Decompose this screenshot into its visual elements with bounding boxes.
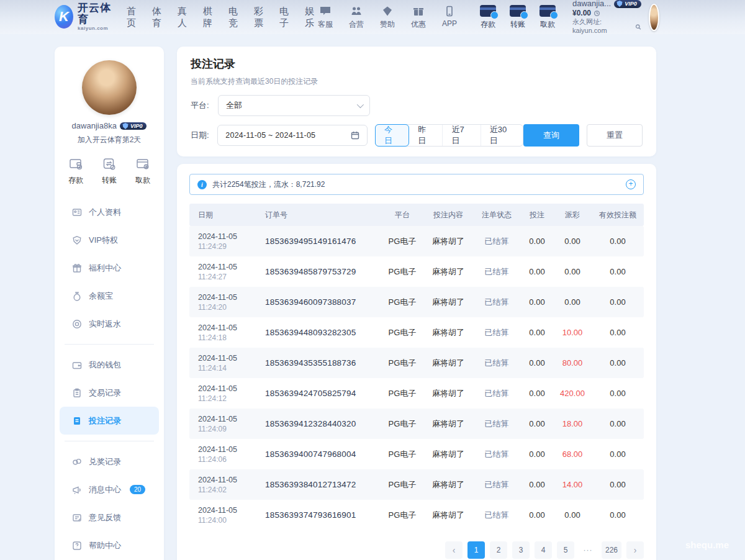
- sidebar-item-rebate[interactable]: 实时返水: [55, 310, 164, 338]
- join-days-text: 加入开云体育第2天: [55, 135, 164, 145]
- table-row: 2024-11-0511:24:06 1853639400747968004 P…: [189, 439, 644, 469]
- vip-shield-icon: [616, 1, 623, 7]
- page-button-4[interactable]: 4: [535, 541, 552, 559]
- money-bag-icon: [72, 291, 82, 301]
- platform-label: 平台:: [191, 100, 218, 111]
- sidebar-item-profile[interactable]: 个人资料: [55, 198, 164, 226]
- reset-button[interactable]: 重置: [587, 124, 643, 147]
- id-card-icon: [72, 207, 82, 217]
- magnifier-icon[interactable]: [635, 24, 641, 30]
- logo-brand: 开云体育: [78, 2, 113, 25]
- user-avatar[interactable]: [649, 4, 659, 31]
- deposit-link[interactable]: 存款: [477, 5, 499, 30]
- welfare-gift-icon: [72, 263, 82, 273]
- logo-domain: kaiyun.com: [78, 26, 113, 32]
- sidebar-item-yuebao[interactable]: 余额宝: [55, 282, 164, 310]
- sidebar-item-messages[interactable]: 消息中心 20: [55, 476, 164, 504]
- sidebar-item-prize-records[interactable]: 兑奖记录: [55, 448, 164, 476]
- pagination-ellipsis[interactable]: ···: [579, 541, 597, 559]
- promo-link[interactable]: 优惠: [407, 5, 430, 30]
- range-yesterday-button[interactable]: 昨日: [409, 125, 443, 146]
- nav-sports[interactable]: 体育: [152, 6, 161, 29]
- page-button-226[interactable]: 226: [602, 541, 621, 559]
- top-navbar: K 开云体育 kaiyun.com 首页 体育 真人 棋牌 电竞 彩票 电子 娱…: [0, 0, 745, 34]
- profile-username: dawanjia8ka: [72, 121, 117, 130]
- sidebar-transfer-button[interactable]: 转账: [102, 156, 117, 186]
- withdraw-card-icon: [540, 5, 556, 17]
- sidebar-item-transactions[interactable]: 交易记录: [55, 379, 164, 407]
- table-header: 日期 订单号 平台 投注内容 注单状态 投注 派彩 有效投注额: [189, 204, 644, 226]
- search-button[interactable]: 查询: [523, 124, 579, 147]
- refresh-icon[interactable]: [594, 10, 600, 17]
- range-30days-button[interactable]: 近30日: [481, 125, 523, 146]
- pagination: ‹ 1 2 3 4 5 ··· 226 ›: [189, 541, 644, 559]
- vip-privilege-icon: [72, 235, 82, 245]
- sidebar-item-welfare[interactable]: 福利中心: [55, 254, 164, 282]
- date-label: 日期:: [191, 130, 217, 141]
- page-button-1[interactable]: 1: [467, 541, 485, 559]
- sidebar-menu: 个人资料 VIP特权 福利中心 余额宝 实时返水 我的钱包: [55, 198, 164, 559]
- expand-plus-icon[interactable]: +: [626, 179, 636, 189]
- chevron-down-icon: [357, 101, 364, 108]
- summary-text: 共计2254笔投注，流水：8,721.92: [212, 179, 325, 190]
- sidebar-item-feedback[interactable]: 意见反馈: [55, 504, 164, 531]
- page-title: 投注记录: [191, 56, 643, 71]
- sponsor-link[interactable]: 赞助: [376, 5, 399, 30]
- range-today-button[interactable]: 今日: [375, 124, 409, 147]
- page-button-5[interactable]: 5: [557, 541, 574, 559]
- nav-home[interactable]: 首页: [127, 6, 136, 29]
- table-row: 2024-11-0511:24:09 1853639412328440320 P…: [189, 409, 644, 439]
- table-row: 2024-11-0511:24:02 1853639384012713472 P…: [189, 469, 644, 500]
- withdraw-link[interactable]: 取款: [536, 5, 559, 30]
- deposit-card-icon: [480, 5, 496, 17]
- profile-vip-badge: VIP0: [120, 122, 147, 130]
- main-nav: 首页 体育 真人 棋牌 电竞 彩票 电子 娱乐: [127, 6, 314, 29]
- sidebar-item-wallet[interactable]: 我的钱包: [55, 351, 164, 379]
- site-logo[interactable]: K 开云体育 kaiyun.com: [55, 2, 113, 31]
- page-button-3[interactable]: 3: [512, 541, 530, 559]
- calendar-icon: [351, 131, 359, 140]
- nav-slots[interactable]: 电子: [279, 6, 289, 29]
- page-button-2[interactable]: 2: [490, 541, 507, 559]
- user-name: dawanjia...: [572, 0, 611, 9]
- user-info[interactable]: dawanjia... VIP0 ¥0.00 永久网址: kaiyun.com: [572, 0, 641, 35]
- sidebar-item-vip[interactable]: VIP特权: [55, 226, 164, 254]
- bet-records-panel: i 共计2254笔投注，流水：8,721.92 + 日期 订单号 平台 投注内容…: [177, 164, 656, 560]
- rebate-icon: [72, 319, 82, 329]
- help-center-icon: [72, 541, 82, 551]
- nav-live[interactable]: 真人: [178, 6, 187, 29]
- table-row: 2024-11-0511:24:14 1853639435355188736 P…: [189, 348, 644, 378]
- sidebar-item-bet-records[interactable]: 投注记录: [60, 407, 159, 435]
- gift-icon: [412, 5, 425, 17]
- filter-panel: 投注记录 当前系统支持查询最近30日的投注记录 平台: 全部 日期: 2024-…: [177, 47, 656, 156]
- sidebar-item-help[interactable]: 帮助中心: [55, 531, 164, 559]
- partners-link[interactable]: 合营: [345, 5, 368, 30]
- phone-icon: [443, 5, 456, 17]
- date-range-input[interactable]: 2024-11-05 ~ 2024-11-05: [217, 125, 368, 146]
- nav-chess[interactable]: 棋牌: [203, 6, 212, 29]
- service-link[interactable]: 客服: [314, 5, 336, 30]
- vip-shield-icon: [122, 123, 129, 129]
- logo-icon: K: [55, 5, 73, 29]
- app-link[interactable]: APP: [438, 5, 461, 30]
- watermark: shequ.me: [685, 540, 729, 550]
- sidebar-deposit-button[interactable]: 存款: [68, 156, 83, 186]
- nav-entertainment[interactable]: 娱乐: [305, 6, 314, 29]
- prev-page-button[interactable]: ‹: [445, 541, 463, 559]
- partners-icon: [350, 5, 363, 17]
- next-page-button[interactable]: ›: [626, 541, 644, 559]
- platform-select[interactable]: 全部: [218, 95, 370, 116]
- bet-records-table: 日期 订单号 平台 投注内容 注单状态 投注 派彩 有效投注额 2024-11-…: [189, 204, 644, 530]
- permanent-url: 永久网址: kaiyun.com: [572, 18, 641, 35]
- nav-lottery[interactable]: 彩票: [254, 6, 263, 29]
- sidebar-withdraw-button[interactable]: 取款: [135, 156, 150, 186]
- transaction-record-icon: [72, 388, 82, 398]
- chat-icon: [319, 5, 332, 17]
- divider: [65, 441, 154, 441]
- table-row: 2024-11-0511:24:20 1853639460097388037 P…: [189, 287, 644, 317]
- vip-badge: VIP0: [614, 0, 641, 8]
- profile-avatar[interactable]: [82, 60, 137, 115]
- transfer-link[interactable]: 转账: [507, 5, 529, 30]
- range-7days-button[interactable]: 近7日: [443, 125, 481, 146]
- nav-esports[interactable]: 电竞: [228, 6, 238, 29]
